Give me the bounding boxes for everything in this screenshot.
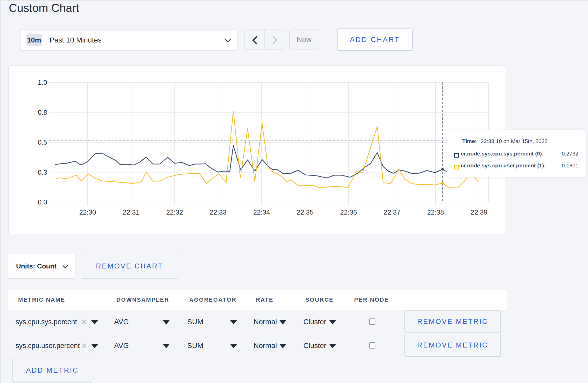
svg-text:22:30: 22:30 xyxy=(79,208,96,216)
svg-text:1.0: 1.0 xyxy=(38,79,47,86)
svg-text:22:38: 22:38 xyxy=(427,208,444,216)
svg-text:0.8: 0.8 xyxy=(38,109,47,116)
svg-text:22:39: 22:39 xyxy=(471,208,487,216)
svg-text:22:36: 22:36 xyxy=(340,208,357,216)
svg-text:0.0: 0.0 xyxy=(38,198,47,206)
svg-text:22:35: 22:35 xyxy=(297,208,313,216)
svg-text:22:31: 22:31 xyxy=(123,208,139,216)
svg-text:0.3: 0.3 xyxy=(38,168,47,176)
svg-text:22:37: 22:37 xyxy=(384,208,401,216)
svg-text:22:34: 22:34 xyxy=(253,208,270,216)
svg-text:0.5: 0.5 xyxy=(38,138,47,146)
svg-text:22:33: 22:33 xyxy=(210,208,227,216)
svg-text:22:32: 22:32 xyxy=(166,208,183,216)
